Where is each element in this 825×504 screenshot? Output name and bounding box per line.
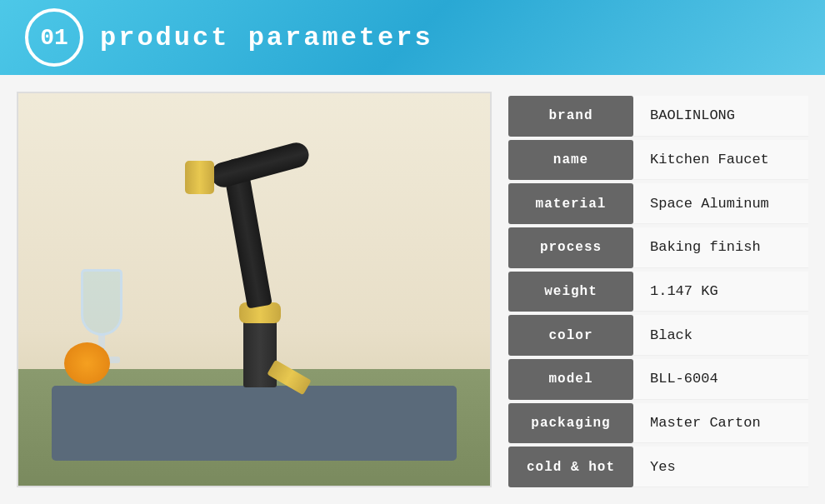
orange — [64, 342, 110, 384]
param-row-model: modelBLL-6004 — [508, 359, 808, 400]
param-row-name: nameKitchen Faucet — [508, 140, 808, 181]
param-label-process: process — [508, 227, 633, 268]
param-row-cold-&-hot: cold & hotYes — [508, 447, 808, 487]
product-image — [17, 92, 492, 487]
params-table: brandBAOLINLONGnameKitchen Faucetmateria… — [508, 92, 808, 487]
param-value-color: Black — [633, 315, 808, 356]
param-value-weight: 1.147 KG — [633, 272, 808, 312]
faucet-scene — [18, 93, 490, 486]
param-row-weight: weight1.147 KG — [508, 272, 808, 312]
fruit-orange — [64, 342, 110, 384]
faucet-tip — [185, 161, 214, 194]
param-label-brand: brand — [508, 96, 633, 137]
sink-area — [52, 386, 457, 461]
faucet-spout — [208, 140, 312, 190]
param-value-name: Kitchen Faucet — [633, 140, 808, 181]
header-icon-text: 01 — [40, 25, 68, 51]
param-label-model: model — [508, 359, 633, 400]
glass-bowl — [81, 269, 122, 336]
param-value-process: Baking finish — [633, 227, 808, 268]
faucet-base — [243, 321, 277, 387]
param-value-material: Space Aluminum — [633, 183, 808, 224]
param-row-material: materialSpace Aluminum — [508, 183, 808, 224]
page-header: 01 product parameters — [0, 0, 825, 75]
param-value-cold-&-hot: Yes — [633, 447, 808, 487]
param-row-process: processBaking finish — [508, 227, 808, 268]
param-label-weight: weight — [508, 272, 633, 312]
param-label-name: name — [508, 140, 633, 181]
param-row-packaging: packagingMaster Carton — [508, 403, 808, 444]
param-row-color: colorBlack — [508, 315, 808, 356]
param-label-color: color — [508, 315, 633, 356]
param-value-model: BLL-6004 — [633, 359, 808, 400]
header-title: product parameters — [100, 22, 433, 53]
param-value-packaging: Master Carton — [633, 403, 808, 444]
param-label-packaging: packaging — [508, 403, 633, 444]
param-value-brand: BAOLINLONG — [633, 96, 808, 137]
param-label-material: material — [508, 183, 633, 224]
content-area: brandBAOLINLONGnameKitchen Faucetmateria… — [0, 75, 825, 504]
header-icon: 01 — [25, 8, 83, 67]
param-label-cold-&-hot: cold & hot — [508, 447, 633, 487]
param-row-brand: brandBAOLINLONG — [508, 96, 808, 137]
